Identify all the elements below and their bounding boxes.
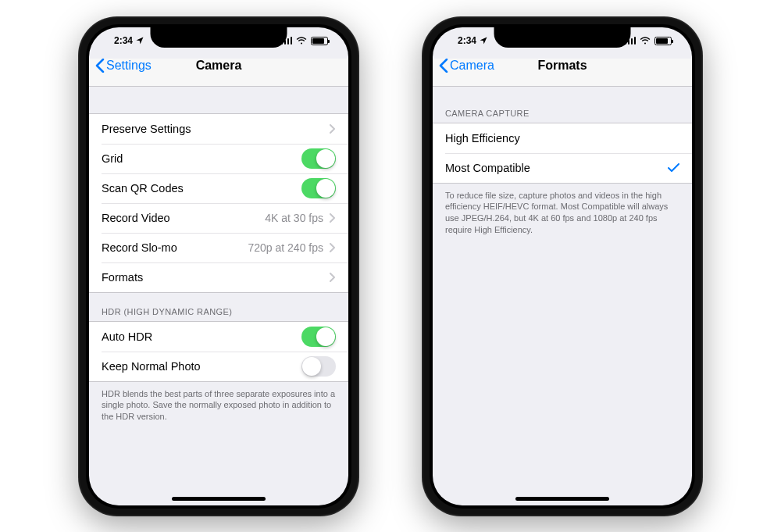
row-preserve-settings[interactable]: Preserve Settings [89,114,348,144]
chevron-right-icon [330,213,336,223]
chevron-left-icon [439,59,448,73]
wifi-icon [296,37,307,45]
battery-icon [654,37,672,45]
row-keep-normal-photo[interactable]: Keep Normal Photo [89,352,348,381]
cell-label: Record Video [102,212,170,224]
iphone-frame-2: 2:34 Camera Formats [422,16,703,516]
navigation-bar: Camera Formats [433,59,692,87]
cell-label: Record Slo-mo [102,241,177,254]
cell-label: Most Compatible [445,162,530,174]
chevron-right-icon [330,124,336,134]
row-grid[interactable]: Grid [89,144,348,173]
wifi-icon [640,37,651,45]
settings-content[interactable]: Preserve Settings Grid Scan QR Codes [89,87,348,505]
cell-label: Keep Normal Photo [102,360,201,373]
toggle-keep-normal[interactable] [301,356,336,377]
battery-icon [311,37,328,45]
cell-label: Grid [102,152,123,165]
cell-detail: 720p at 240 fps [248,241,323,254]
row-scan-qr[interactable]: Scan QR Codes [89,173,348,203]
back-button[interactable]: Camera [439,59,494,73]
back-label: Camera [450,59,494,73]
cell-label: Formats [102,271,143,284]
row-formats[interactable]: Formats [89,262,348,292]
section-footer-hdr: HDR blends the best parts of three separ… [89,382,348,423]
row-record-slomo[interactable]: Record Slo-mo 720p at 240 fps [89,233,348,262]
toggle-auto-hdr[interactable] [301,327,336,347]
section-footer-capture: To reduce file size, capture photos and … [433,184,692,236]
checkmark-icon [668,163,679,173]
back-label: Settings [106,59,152,73]
row-record-video[interactable]: Record Video 4K at 30 fps [89,203,348,233]
iphone-frame-1: 2:34 Settings Camer [78,16,359,516]
home-indicator[interactable] [515,497,609,501]
row-auto-hdr[interactable]: Auto HDR [89,322,348,352]
cell-label: Preserve Settings [102,123,191,135]
toggle-scan-qr[interactable] [301,178,336,198]
location-icon [136,37,144,45]
settings-content[interactable]: CAMERA CAPTURE High Efficiency Most Comp… [433,87,692,505]
row-most-compatible[interactable]: Most Compatible [433,153,692,183]
toggle-grid[interactable] [301,148,336,169]
status-time: 2:34 [458,35,476,46]
back-button[interactable]: Settings [95,59,152,73]
home-indicator[interactable] [172,497,266,501]
cell-detail: 4K at 30 fps [265,212,323,224]
section-header-hdr: HDR (HIGH DYNAMIC RANGE) [89,293,348,321]
cell-label: Scan QR Codes [102,182,184,195]
status-time: 2:34 [114,35,133,46]
chevron-left-icon [95,59,105,73]
section-header-capture: CAMERA CAPTURE [433,87,692,123]
navigation-bar: Settings Camera [89,59,348,87]
chevron-right-icon [330,243,336,252]
notch [494,27,631,48]
row-high-efficiency[interactable]: High Efficiency [433,123,692,153]
notch [151,27,287,48]
cell-label: High Efficiency [445,132,520,145]
chevron-right-icon [330,273,336,282]
location-icon [480,37,487,45]
cell-label: Auto HDR [102,330,152,343]
